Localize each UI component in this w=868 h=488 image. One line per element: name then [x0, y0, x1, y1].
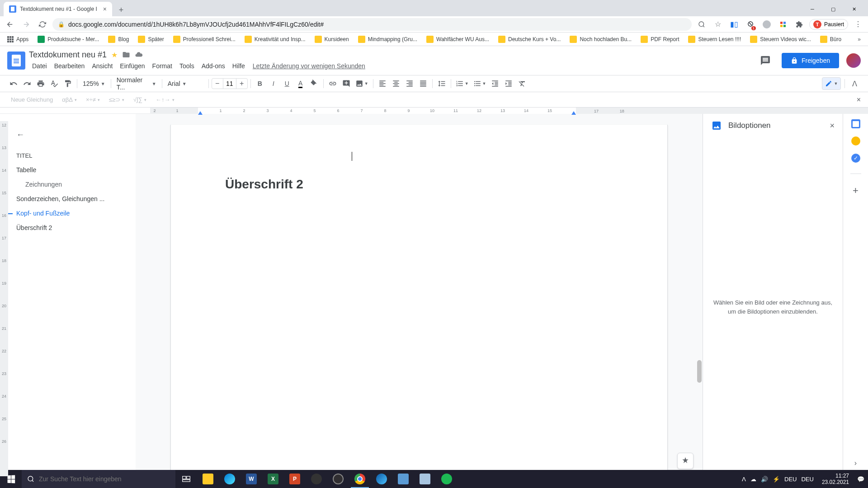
- indent-end-marker[interactable]: [571, 111, 576, 115]
- paragraph-style-select[interactable]: Normaler T...▼: [114, 77, 159, 90]
- paint-format-icon[interactable]: [61, 77, 74, 90]
- line-spacing-icon[interactable]: [435, 77, 448, 90]
- taskbar-search-input[interactable]: [39, 475, 170, 483]
- extension-grammarly-icon[interactable]: [760, 18, 773, 31]
- star-icon[interactable]: ★: [111, 51, 118, 59]
- menu-help[interactable]: Hilfe: [229, 61, 248, 71]
- zoom-indicator-icon[interactable]: [695, 18, 708, 31]
- edge-legacy-icon[interactable]: [371, 470, 392, 488]
- highlight-color-icon[interactable]: [308, 77, 321, 90]
- text-color-icon[interactable]: A: [294, 77, 307, 90]
- browser-forward-icon[interactable]: [20, 18, 33, 31]
- browser-back-icon[interactable]: [4, 18, 16, 31]
- cloud-saved-icon[interactable]: [135, 51, 143, 59]
- add-addon-icon[interactable]: +: [853, 185, 859, 197]
- obs-icon[interactable]: [327, 470, 349, 488]
- math-menu[interactable]: √∫∑ ▾: [133, 96, 146, 103]
- comments-icon[interactable]: [756, 52, 774, 70]
- extension-blocker-icon[interactable]: 🛇1: [744, 18, 757, 31]
- language-indicator[interactable]: DEU: [784, 476, 797, 483]
- keep-icon[interactable]: [851, 136, 860, 145]
- app-icon[interactable]: [392, 470, 414, 488]
- file-explorer-icon[interactable]: [197, 470, 219, 488]
- outline-item[interactable]: Zeichnungen: [16, 177, 128, 192]
- italic-icon[interactable]: I: [267, 77, 280, 90]
- document-page[interactable]: Überschrift 2: [170, 125, 668, 476]
- bookmark-item[interactable]: Kreativität und Insp...: [241, 34, 309, 45]
- extension-icon[interactable]: ▮▯: [728, 18, 741, 31]
- document-canvas[interactable]: Überschrift 2: [136, 114, 703, 476]
- browser-menu-icon[interactable]: ⋮: [852, 18, 864, 31]
- align-justify-icon[interactable]: [417, 77, 429, 90]
- user-avatar[interactable]: [846, 53, 861, 68]
- outline-item[interactable]: TITEL: [16, 149, 128, 163]
- hide-toolbar-icon[interactable]: ᐱ: [849, 80, 861, 88]
- bookmark-item[interactable]: Wahlfächer WU Aus...: [423, 34, 493, 45]
- horizontal-ruler[interactable]: 2 1 1 2 3 4 5 6 7 8 9 10 11 12 13 14 15 …: [0, 108, 868, 114]
- excel-icon[interactable]: X: [262, 470, 284, 488]
- font-size-decrease[interactable]: −: [212, 80, 223, 88]
- expand-side-panel-icon[interactable]: ›: [854, 459, 857, 467]
- window-close-icon[interactable]: ✕: [844, 2, 864, 16]
- network-icon[interactable]: ⚡: [773, 476, 780, 483]
- outline-item[interactable]: Sonderzeichen, Gleichungen ...: [16, 192, 128, 206]
- scrollbar-thumb[interactable]: [697, 360, 702, 383]
- calendar-icon[interactable]: [851, 119, 860, 128]
- editing-mode-button[interactable]: ▼: [822, 77, 841, 90]
- menu-edit[interactable]: Bearbeiten: [51, 61, 88, 71]
- docs-logo-icon[interactable]: [7, 52, 25, 70]
- bold-icon[interactable]: B: [254, 77, 266, 90]
- new-equation-label[interactable]: Neue Gleichung: [11, 96, 53, 103]
- undo-icon[interactable]: [7, 77, 20, 90]
- font-select[interactable]: Arial▼: [165, 77, 206, 90]
- browser-reload-icon[interactable]: [36, 18, 49, 31]
- task-view-icon[interactable]: [175, 470, 197, 488]
- bookmark-item[interactable]: PDF Report: [637, 34, 683, 45]
- outline-item[interactable]: Überschrift 2: [16, 221, 128, 235]
- keyboard-layout[interactable]: DEU: [801, 476, 813, 483]
- bookmark-item[interactable]: Steuern Lesen !!!!: [684, 34, 745, 45]
- bulleted-list-icon[interactable]: ▼: [472, 77, 488, 90]
- increase-indent-icon[interactable]: [502, 77, 515, 90]
- align-right-icon[interactable]: [403, 77, 416, 90]
- panel-close-icon[interactable]: ×: [830, 121, 835, 131]
- bookmark-item[interactable]: Büro: [816, 34, 845, 45]
- onedrive-icon[interactable]: ☁: [750, 476, 756, 483]
- bookmark-item[interactable]: Kursideen: [311, 34, 353, 45]
- volume-icon[interactable]: 🔊: [761, 476, 768, 483]
- bookmark-item[interactable]: Später: [134, 34, 167, 45]
- insert-image-icon[interactable]: ▼: [354, 77, 370, 90]
- bookmark-item[interactable]: Mindmapping (Gru...: [354, 34, 421, 45]
- outline-item-active[interactable]: Kopf- und Fußzeile: [16, 206, 128, 221]
- document-title[interactable]: Textdokument neu #1: [29, 50, 107, 60]
- clock[interactable]: 11:27 23.02.2021: [818, 473, 853, 486]
- bookmark-star-icon[interactable]: ☆: [712, 18, 724, 31]
- document-heading[interactable]: Überschrift 2: [225, 177, 613, 192]
- app-icon[interactable]: [306, 470, 327, 488]
- chrome-icon[interactable]: [349, 470, 371, 488]
- bookmark-item[interactable]: Noch hochladen Bu...: [566, 34, 635, 45]
- bookmark-item[interactable]: Professionell Schrei...: [170, 34, 239, 45]
- font-size-value[interactable]: 11: [223, 79, 236, 89]
- bookmark-item[interactable]: Blog: [104, 34, 132, 45]
- tasks-icon[interactable]: ✓: [851, 154, 860, 163]
- new-tab-button[interactable]: +: [115, 4, 127, 16]
- profile-badge[interactable]: T Pausiert: [809, 19, 848, 30]
- close-equation-bar-icon[interactable]: ×: [857, 96, 861, 104]
- font-size-increase[interactable]: +: [236, 80, 247, 88]
- greek-letters-menu[interactable]: αβΔ ▾: [62, 96, 77, 103]
- extensions-puzzle-icon[interactable]: [793, 18, 806, 31]
- menu-tools[interactable]: Tools: [176, 61, 198, 71]
- bookmark-item[interactable]: Steuern Videos wic...: [746, 34, 815, 45]
- outline-back-icon[interactable]: ←: [16, 130, 128, 140]
- align-left-icon[interactable]: [376, 77, 389, 90]
- outline-item[interactable]: Tabelle: [16, 163, 128, 177]
- zoom-select[interactable]: 125%▼: [80, 77, 108, 90]
- arrows-menu[interactable]: ←↑→ ▾: [156, 96, 175, 103]
- checklist-icon[interactable]: ▼: [454, 77, 471, 90]
- operators-menu[interactable]: ×÷≠ ▾: [86, 96, 100, 103]
- vertical-ruler[interactable]: 12 13 14 15 16 17 18 19 20 21 22 23 24 2…: [0, 121, 8, 476]
- relations-menu[interactable]: ≤≥⊃ ▾: [109, 96, 124, 103]
- menu-insert[interactable]: Einfügen: [117, 61, 148, 71]
- menu-format[interactable]: Format: [149, 61, 175, 71]
